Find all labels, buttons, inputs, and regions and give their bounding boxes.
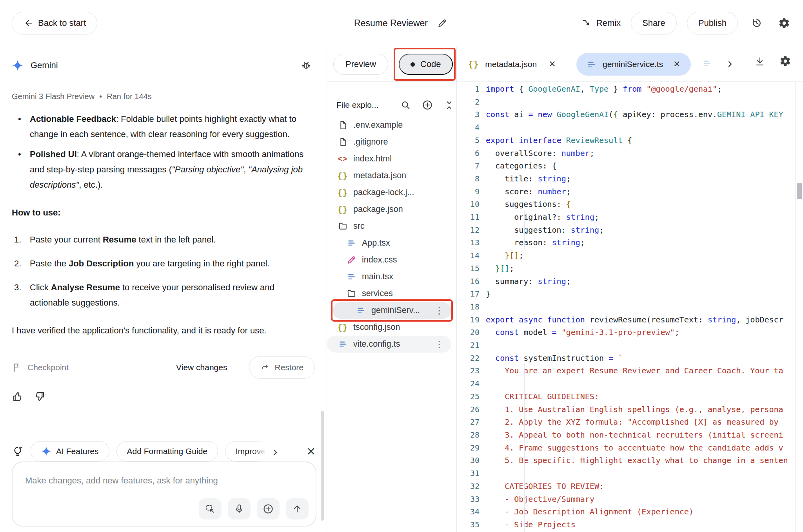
code-line: 10 suggestions: { [457,198,803,211]
remix-label: Remix [596,18,621,28]
edit-title-icon[interactable] [436,16,449,30]
code-tab-button[interactable]: Code [399,54,453,75]
debug-bug-icon[interactable] [298,57,315,74]
line-number: 16 [457,275,480,288]
editor-scrollbar-track [795,82,796,532]
suggestion-chip[interactable]: AI Features [31,441,109,461]
code-line: 13 reason: string; [457,236,803,249]
flag-icon [12,362,22,373]
code-editor[interactable]: 1 import { GoogleGenAI, Type } from "@go… [457,82,803,532]
share-label: Share [642,18,665,28]
code-line: 19 export async function reviewResume(re… [457,313,803,326]
close-tab-icon[interactable]: ✕ [549,59,556,69]
explorer-item-app-tsx[interactable]: App.tsx [327,235,451,252]
assistant-header: Gemini [12,57,315,74]
line-number: 4 [457,121,480,134]
explorer-item--env-example[interactable]: .env.example [327,117,451,134]
explorer-item--gitignore[interactable]: .gitignore [327,134,451,150]
item-menu-icon[interactable]: ⋮ [434,339,444,350]
run-meta: Gemini 3 Flash Preview • Ran for 144s [12,92,315,101]
lines-icon [355,306,366,315]
explorer-item-package-lock-j-[interactable]: {} package-lock.j... [327,184,451,201]
chips-close-icon[interactable]: ✕ [307,445,316,458]
explorer-item-main-tsx[interactable]: main.tsx [327,268,451,285]
code-line: 17 } [457,288,803,300]
line-number: 3 [457,108,480,121]
line-number: 7 [457,159,480,172]
page-title: Resume Reviewer [354,18,428,29]
attach-button[interactable] [257,498,280,519]
search-icon[interactable] [400,100,411,110]
back-label: Back to start [38,18,86,28]
tab-metadata-json[interactable]: {} metadata.json ✕ [468,53,556,76]
chat-panel: Gemini Gemini 3 Flash Preview • Ran for … [0,47,327,532]
code-line: 12 suggestion: string; [457,224,803,237]
code-line: 11 original?: string; [457,211,803,224]
editor-settings-gear-icon[interactable] [779,55,791,67]
explorer-item-package-json[interactable]: {} package.json [327,201,451,218]
active-dot [411,62,415,67]
download-icon[interactable] [754,56,765,67]
preview-label: Preview [345,59,376,69]
thumb-up-icon[interactable] [12,391,24,402]
file-explorer: File explo... .env.example .gitignore <>… [327,82,456,532]
top-bar: Back to start Resume Reviewer Remix Shar… [0,0,803,46]
share-button[interactable]: Share [631,12,677,34]
explorer-item-tsconfig-json[interactable]: {} tsconfig.json [327,319,451,336]
assistant-name: Gemini [31,60,58,71]
thumb-down-icon[interactable] [34,391,45,402]
tabbar-overflow-chevron-icon[interactable]: › [728,55,732,71]
item-menu-icon[interactable]: ⋮ [434,305,444,316]
line-number: 27 [457,416,480,429]
suggestion-chip[interactable]: Improve [225,441,265,461]
code-line: 5 export interface ReviewResult { [457,134,803,147]
editor-scrollbar-thumb[interactable] [797,183,802,199]
explorer-item-index-css[interactable]: index.css [327,252,451,268]
line-number: 20 [457,326,480,339]
history-icon[interactable] [748,14,765,32]
code-line: 8 title: string; [457,172,803,185]
select-element-button[interactable] [199,498,222,519]
back-to-start-button[interactable]: Back to start [12,12,97,34]
line-number: 17 [457,288,480,300]
line-number: 8 [457,172,480,185]
suggestions-bulb-icon[interactable] [12,445,24,457]
line-number: 14 [457,249,480,262]
explorer-item-geminiserv-[interactable]: geminiServ... ⋮ [332,302,451,319]
explorer-item-index-html[interactable]: <> index.html [327,150,451,167]
collapse-all-icon[interactable] [444,100,454,110]
code-line: 9 score: number; [457,185,803,198]
remix-button[interactable]: Remix [581,18,621,28]
gemini-spark-icon [41,446,51,456]
explorer-item-src[interactable]: src [327,218,451,235]
meta-separator: • [99,92,102,101]
settings-gear-icon[interactable] [776,14,793,32]
chat-scrollbar[interactable] [321,411,324,521]
line-number: 30 [457,454,480,467]
file-icon [337,137,348,147]
how-to-step: 2.Paste the Job Description you are targ… [12,256,315,271]
code-line: 4 [457,121,803,134]
explorer-item-services[interactable]: services [327,285,451,302]
explorer-item-vite-config-ts[interactable]: vite.config.ts ⋮ [327,336,451,353]
microphone-button[interactable] [228,498,251,519]
send-button[interactable] [286,498,309,519]
chips-scroll-right-icon[interactable]: › [273,444,278,459]
checkpoint-label: Checkpoint [27,363,69,372]
code-line: 15 }[]; [457,262,803,275]
code-line: 2 [457,96,803,109]
tab-gemini-service[interactable]: geminiService.ts ✕ [576,53,691,76]
add-file-icon[interactable] [422,100,433,110]
publish-button[interactable]: Publish [687,12,738,34]
suggestion-chip[interactable]: Add Formatting Guide [116,441,218,461]
preview-tab-button[interactable]: Preview [333,54,388,75]
how-to-step: 1.Paste your current Resume text in the … [12,232,315,247]
line-number: 21 [457,339,480,352]
restore-button[interactable]: Restore [249,356,315,379]
composer-input[interactable]: Make changes, add new features, ask for … [12,461,316,527]
close-tab-icon[interactable]: ✕ [673,59,680,69]
line-number: 18 [457,300,480,313]
view-changes-link[interactable]: View changes [176,363,227,372]
lines-file-icon [587,60,596,69]
explorer-item-metadata-json[interactable]: {} metadata.json [327,167,451,184]
